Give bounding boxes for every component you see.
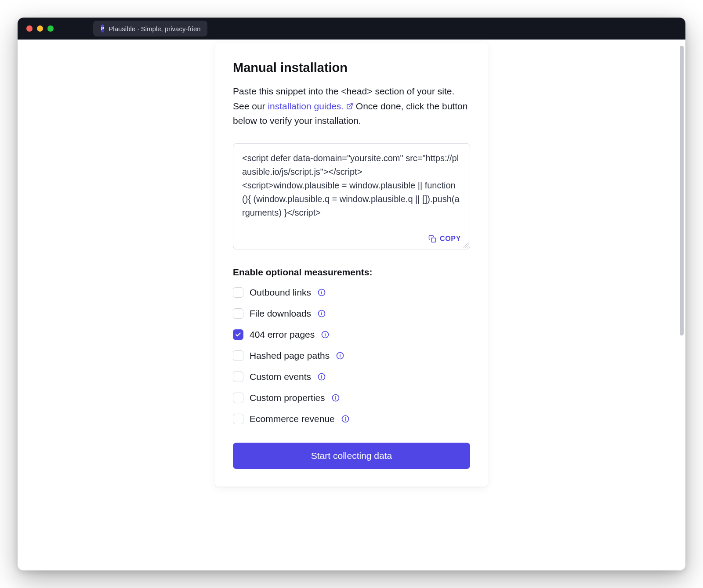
svg-point-13 bbox=[340, 354, 341, 354]
card-title: Manual installation bbox=[233, 61, 470, 75]
installation-card: Manual installation Paste this snippet i… bbox=[215, 43, 488, 487]
option-label: Outbound links bbox=[250, 287, 311, 298]
info-icon[interactable] bbox=[341, 415, 350, 423]
option-label: Ecommerce revenue bbox=[250, 414, 335, 424]
svg-point-10 bbox=[325, 332, 326, 333]
options-list: Outbound linksFile downloads404 error pa… bbox=[233, 287, 470, 424]
tab-favicon: P bbox=[101, 25, 104, 32]
info-icon[interactable] bbox=[321, 330, 330, 339]
start-collecting-button[interactable]: Start collecting data bbox=[233, 443, 470, 469]
option-row: File downloads bbox=[233, 308, 470, 319]
option-label: Custom properties bbox=[250, 393, 325, 403]
option-label: 404 error pages bbox=[250, 329, 315, 340]
option-checkbox[interactable] bbox=[233, 372, 243, 382]
svg-rect-1 bbox=[431, 238, 436, 242]
svg-line-0 bbox=[349, 104, 352, 107]
close-window-button[interactable] bbox=[26, 25, 33, 32]
tab-title: Plausible · Simple, privacy-frien bbox=[109, 25, 200, 32]
copy-label: COPY bbox=[440, 234, 461, 245]
browser-window: P Plausible · Simple, privacy-frien Manu… bbox=[18, 18, 685, 570]
svg-point-19 bbox=[335, 396, 336, 397]
svg-point-16 bbox=[321, 375, 322, 375]
external-link-icon bbox=[346, 103, 353, 110]
snippet-line-2: <script>window.plausible = window.plausi… bbox=[242, 179, 461, 220]
svg-point-22 bbox=[345, 417, 346, 418]
scrollbar[interactable] bbox=[680, 46, 684, 335]
copy-icon bbox=[428, 235, 436, 243]
option-label: File downloads bbox=[250, 308, 311, 319]
option-checkbox[interactable] bbox=[233, 308, 243, 319]
installation-guides-link[interactable]: installation guides. bbox=[268, 101, 353, 111]
viewport: Manual installation Paste this snippet i… bbox=[18, 40, 685, 570]
option-row: Custom events bbox=[233, 372, 470, 382]
option-row: Hashed page paths bbox=[233, 350, 470, 361]
info-icon[interactable] bbox=[336, 351, 344, 360]
snippet-text: <script defer data-domain="yoursite.com"… bbox=[242, 152, 461, 220]
snippet-box[interactable]: <script defer data-domain="yoursite.com"… bbox=[233, 143, 470, 249]
svg-point-4 bbox=[321, 290, 322, 291]
browser-tab[interactable]: P Plausible · Simple, privacy-frien bbox=[93, 21, 207, 36]
option-label: Custom events bbox=[250, 372, 311, 382]
option-row: Outbound links bbox=[233, 287, 470, 298]
browser-titlebar: P Plausible · Simple, privacy-frien bbox=[18, 18, 685, 40]
option-checkbox[interactable] bbox=[233, 287, 243, 298]
snippet-line-1: <script defer data-domain="yoursite.com"… bbox=[242, 152, 461, 179]
maximize-window-button[interactable] bbox=[47, 25, 54, 32]
copy-button[interactable]: COPY bbox=[242, 234, 461, 245]
resize-handle[interactable] bbox=[463, 242, 469, 248]
option-row: Custom properties bbox=[233, 393, 470, 403]
options-heading: Enable optional measurements: bbox=[233, 267, 470, 278]
option-row: Ecommerce revenue bbox=[233, 414, 470, 424]
traffic-lights bbox=[26, 25, 54, 32]
option-checkbox[interactable] bbox=[233, 393, 243, 403]
link-label: installation guides. bbox=[268, 101, 344, 111]
option-checkbox[interactable] bbox=[233, 329, 243, 340]
option-row: 404 error pages bbox=[233, 329, 470, 340]
info-icon[interactable] bbox=[317, 309, 326, 318]
option-checkbox[interactable] bbox=[233, 350, 243, 361]
option-label: Hashed page paths bbox=[250, 350, 330, 361]
svg-point-7 bbox=[321, 311, 322, 312]
info-icon[interactable] bbox=[317, 372, 326, 381]
minimize-window-button[interactable] bbox=[37, 25, 43, 32]
card-description: Paste this snippet into the <head> secti… bbox=[233, 84, 470, 128]
info-icon[interactable] bbox=[317, 288, 326, 297]
option-checkbox[interactable] bbox=[233, 414, 243, 424]
info-icon[interactable] bbox=[331, 393, 340, 402]
